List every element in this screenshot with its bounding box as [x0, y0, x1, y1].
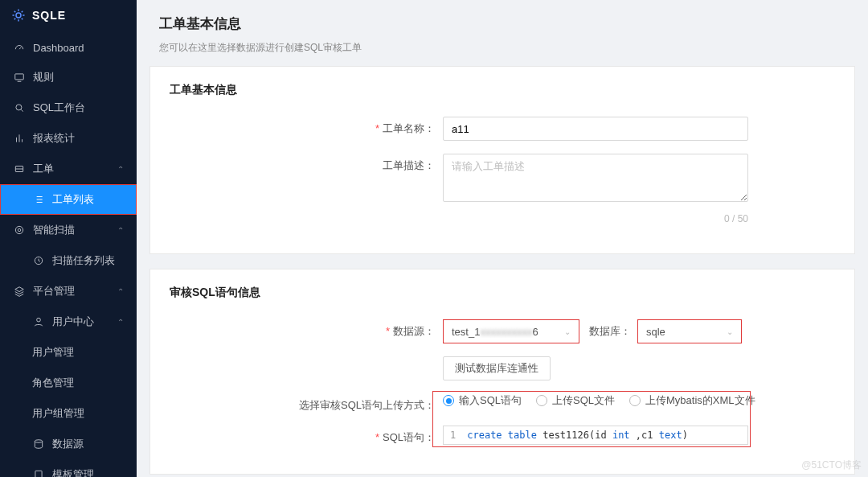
sidebar-item-workorder-list[interactable]: 工单列表: [0, 184, 137, 215]
sidebar-item-role-mgmt[interactable]: 角色管理: [0, 368, 137, 398]
workorder-name-label: *工单名称：: [170, 117, 443, 136]
row-datasource: *数据源： test_1xxxxxxxxxx6 ⌄ 数据库： sqle ⌄: [170, 319, 835, 343]
sql-statement-label: *SQL语句：: [170, 426, 443, 445]
gauge-icon: [13, 42, 25, 54]
line-number: 1: [450, 430, 456, 441]
watermark: @51CTO博客: [801, 458, 862, 472]
row-sql-statement: *SQL语句： 1create table test1126(id int ,c…: [170, 426, 835, 445]
sidebar: SQLE Dashboard 规则 SQL工作台 报表统计 工单: [0, 0, 137, 477]
radio-dot-icon: [629, 395, 641, 406]
test-connection-button[interactable]: 测试数据库连通性: [443, 356, 551, 380]
chevron-up-icon: ⌃: [117, 318, 124, 327]
sidebar-item-label: 数据源: [52, 437, 84, 451]
sidebar-item-label: 用户组管理: [32, 406, 84, 421]
card-sql-info: 审核SQL语句信息 *数据源： test_1xxxxxxxxxx6 ⌄ 数据库：…: [149, 269, 855, 475]
radio-dot-icon: [443, 395, 454, 406]
sql-code: create table test1126(id int ,c1 text): [467, 430, 688, 441]
sidebar-item-label: SQL工作台: [33, 101, 85, 115]
sidebar-item-label: 模板管理: [52, 467, 94, 477]
card-title: 审核SQL语句信息: [170, 286, 835, 300]
radio-upload-sql-file[interactable]: 上传SQL文件: [536, 393, 615, 408]
row-upload-method: 选择审核SQL语句上传方式： 输入SQL语句 上传SQL文件 上传Mybatis…: [170, 393, 835, 413]
sidebar-item-usergroup-mgmt[interactable]: 用户组管理: [0, 398, 137, 429]
upload-method-label: 选择审核SQL语句上传方式：: [170, 393, 443, 413]
sidebar-item-reports[interactable]: 报表统计: [0, 123, 137, 154]
sidebar-item-sql-workbench[interactable]: SQL工作台: [0, 93, 137, 123]
datasource-select[interactable]: test_1xxxxxxxxxx6 ⌄: [443, 319, 579, 343]
sidebar-item-dashboard[interactable]: Dashboard: [0, 34, 137, 62]
sidebar-item-label: 智能扫描: [33, 223, 75, 237]
workorder-desc-label: 工单描述：: [170, 154, 443, 173]
bar-chart-icon: [13, 133, 25, 145]
sidebar-item-template-mgmt[interactable]: 模板管理: [0, 459, 137, 477]
sidebar-item-scan-tasks[interactable]: 扫描任务列表: [0, 245, 137, 276]
target-icon: [13, 224, 25, 236]
datasource-label: *数据源：: [170, 319, 443, 339]
sidebar-item-user-center[interactable]: 用户中心 ⌃: [0, 306, 137, 337]
sidebar-item-label: 用户管理: [32, 345, 74, 360]
svg-point-7: [36, 318, 40, 322]
svg-rect-9: [35, 471, 41, 477]
main-menu: Dashboard 规则 SQL工作台 报表统计 工单 ⌃: [0, 34, 137, 477]
list-icon: [32, 194, 44, 206]
layers-icon: [13, 286, 25, 298]
database-icon: [32, 438, 44, 450]
sidebar-item-label: Dashboard: [33, 42, 84, 54]
svg-point-2: [15, 105, 21, 110]
monitor-icon: [13, 72, 25, 84]
app-logo: SQLE: [0, 0, 137, 34]
svg-point-4: [15, 226, 23, 233]
sidebar-item-label: 用户中心: [52, 315, 94, 329]
svg-point-0: [16, 13, 21, 18]
sidebar-item-label: 工单列表: [52, 192, 94, 207]
app-name: SQLE: [32, 9, 66, 22]
radio-input-sql[interactable]: 输入SQL语句: [443, 393, 522, 408]
row-workorder-name: *工单名称：: [170, 117, 835, 141]
clock-icon: [32, 255, 44, 267]
sidebar-item-label: 平台管理: [33, 284, 75, 298]
ticket-icon: [13, 163, 25, 175]
sidebar-item-label: 角色管理: [32, 376, 74, 390]
database-select[interactable]: sqle ⌄: [637, 319, 742, 343]
row-test-conn: 测试数据库连通性: [170, 356, 835, 380]
sidebar-item-rules[interactable]: 规则: [0, 62, 137, 93]
sidebar-item-workorder[interactable]: 工单 ⌃: [0, 154, 137, 184]
file-icon: [32, 469, 44, 478]
svg-point-5: [18, 228, 21, 232]
sidebar-item-smart-scan[interactable]: 智能扫描 ⌃: [0, 215, 137, 245]
page-title: 工单基本信息: [159, 14, 845, 33]
radio-dot-icon: [536, 395, 547, 406]
datasource-value: test_1xxxxxxxxxx6: [452, 326, 559, 338]
database-value: sqle: [646, 326, 722, 338]
svg-point-8: [35, 440, 42, 443]
sidebar-item-datasource[interactable]: 数据源: [0, 429, 137, 459]
chevron-down-icon: ⌄: [564, 327, 571, 336]
sidebar-item-platform[interactable]: 平台管理 ⌃: [0, 276, 137, 306]
chevron-down-icon: ⌄: [727, 327, 733, 336]
sidebar-item-label: 报表统计: [33, 131, 75, 146]
card-basic-info: 工单基本信息 *工单名称： 工单描述： 0 / 50: [149, 66, 855, 254]
search-icon: [13, 102, 25, 114]
chevron-up-icon: ⌃: [117, 165, 124, 174]
chevron-up-icon: ⌃: [117, 226, 124, 235]
svg-rect-1: [14, 74, 23, 80]
workorder-desc-textarea[interactable]: [443, 154, 748, 202]
chevron-up-icon: ⌃: [117, 287, 124, 296]
database-label: 数据库：: [589, 324, 631, 339]
sidebar-item-label: 扫描任务列表: [52, 253, 115, 268]
card-title: 工单基本信息: [170, 83, 835, 97]
user-icon: [32, 316, 44, 328]
sidebar-item-label: 工单: [33, 162, 54, 176]
workorder-name-input[interactable]: [443, 117, 748, 141]
main-content: 工单基本信息 您可以在这里选择数据源进行创建SQL审核工单 工单基本信息 *工单…: [137, 0, 868, 477]
radio-upload-mybatis-xml[interactable]: 上传Mybatis的XML文件: [629, 393, 755, 408]
page-subtitle: 您可以在这里选择数据源进行创建SQL审核工单: [159, 41, 845, 55]
row-workorder-desc: 工单描述： 0 / 50: [170, 154, 835, 224]
sql-editor[interactable]: 1create table test1126(id int ,c1 text): [443, 426, 748, 445]
sidebar-item-user-mgmt[interactable]: 用户管理: [0, 337, 137, 368]
page-header: 工单基本信息 您可以在这里选择数据源进行创建SQL审核工单: [137, 0, 868, 66]
desc-char-counter: 0 / 50: [443, 213, 748, 224]
sidebar-item-label: 规则: [33, 70, 54, 84]
